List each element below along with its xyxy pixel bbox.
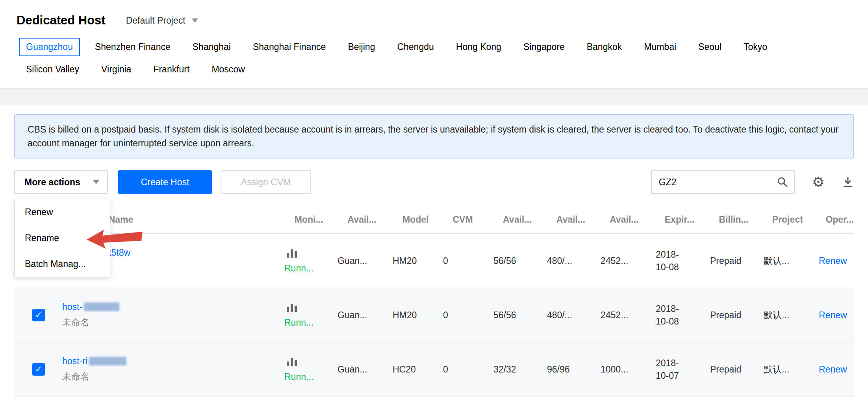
toolbar-wrap: More actions Create Host Assign CVM GZ2 … (14, 170, 854, 194)
column-header-model: Model (385, 214, 436, 225)
avail-memory-cell: 96/96 (541, 364, 594, 375)
project-selector-label: Default Project (126, 15, 185, 26)
page-title: Dedicated Host (17, 13, 106, 28)
avail-cores-cell: 32/32 (487, 364, 541, 375)
more-actions-button[interactable]: More actions (14, 170, 108, 194)
host-alias: 未命名 (50, 316, 278, 328)
region-tab-bangkok[interactable]: Bangkok (580, 38, 629, 56)
avail-cores-cell: 56/56 (487, 310, 541, 321)
billing-cell: Prepaid (704, 256, 757, 266)
column-header-project: Project (755, 214, 809, 225)
menu-item-batch-management[interactable]: Batch Manag... (15, 251, 110, 277)
region-tab-beijing[interactable]: Beijing (341, 38, 382, 56)
column-header-avail-cores: Avail... (486, 214, 539, 225)
billing-cell: Prepaid (704, 364, 757, 375)
billing-cell: Prepaid (704, 310, 757, 321)
monitor-chart-icon[interactable] (278, 357, 331, 369)
zone-cell: Guan... (331, 256, 386, 266)
project-cell: 默认... (757, 309, 811, 321)
search-value: GZ2 (659, 177, 777, 188)
renew-link[interactable]: Renew (811, 256, 854, 266)
project-cell: 默认... (757, 255, 811, 267)
column-header-cvm: CVM (436, 214, 486, 225)
region-tab-guangzhou[interactable]: Guangzhou (19, 38, 80, 56)
table-row: ✓ host- 未命名 Runn... Guan... HM20 0 56/56… (14, 288, 854, 343)
billing-notice-text: CBS is billed on a postpaid basis. If sy… (28, 124, 838, 148)
avail-memory-cell: 480/... (541, 310, 594, 321)
region-tab-tokyo[interactable]: Tokyo (736, 38, 774, 56)
status-running: Runn... (278, 263, 331, 274)
status-running: Runn... (278, 317, 331, 328)
region-tab-mumbai[interactable]: Mumbai (637, 38, 683, 56)
avail-cores-cell: 56/56 (487, 256, 541, 266)
toolbar: More actions Create Host Assign CVM GZ2 … (14, 170, 854, 194)
avail-disk-cell: 2452... (594, 310, 649, 321)
host-name-link[interactable]: host- (62, 302, 121, 312)
column-header-operation: Oper... (808, 214, 854, 225)
redacted-text (84, 302, 119, 311)
avail-disk-cell: 1000... (594, 364, 649, 375)
avail-memory-cell: 480/... (541, 256, 594, 266)
column-header-avail-disk: Avail... (592, 214, 647, 225)
settings-gear-icon[interactable]: ⚙ (812, 175, 825, 189)
chevron-down-icon (93, 180, 99, 184)
region-tab-seoul[interactable]: Seoul (691, 38, 729, 56)
expiry-cell: 2018-10-08 (656, 248, 690, 273)
region-tab-virginia[interactable]: Virginia (94, 60, 138, 79)
menu-item-renew[interactable]: Renew (15, 199, 110, 225)
region-tab-singapore[interactable]: Singapore (516, 38, 572, 56)
region-tab-shanghai[interactable]: Shanghai (185, 38, 238, 56)
more-actions-label: More actions (24, 177, 80, 188)
red-arrow-annotation (85, 228, 144, 250)
region-tab-hong-kong[interactable]: Hong Kong (449, 38, 508, 56)
region-tabs-row2: Silicon Valley Virginia Frankfurt Moscow (19, 60, 868, 79)
model-cell: HM20 (386, 310, 437, 321)
status-running: Runn... (278, 372, 331, 382)
project-cell: 默认... (757, 363, 811, 376)
project-selector[interactable]: Default Project (126, 15, 198, 26)
expiry-cell: 2018-10-07 (656, 357, 690, 382)
search-icon[interactable] (777, 176, 788, 188)
main-content: CBS is billed on a postpaid basis. If sy… (0, 114, 868, 397)
table-row: ✓ host-ri 未命名 Runn... Guan... HC20 0 32/… (14, 343, 854, 397)
cvm-count-cell: 0 (437, 256, 487, 266)
cvm-count-cell: 0 (437, 310, 487, 321)
region-tab-moscow[interactable]: Moscow (204, 60, 252, 79)
model-cell: HM20 (386, 256, 437, 266)
zone-cell: Guan... (331, 364, 386, 375)
column-header-avail-memory: Avail... (539, 214, 593, 225)
billing-notice-banner: CBS is billed on a postpaid basis. If sy… (14, 114, 854, 159)
column-header-billing: Billin... (701, 214, 755, 225)
column-header-monitor: Moni... (277, 214, 330, 225)
redacted-text (89, 357, 126, 365)
dedicated-host-page: Dedicated Host Default Project Guangzhou… (0, 0, 868, 397)
avail-disk-cell: 2452... (594, 256, 649, 266)
model-cell: HC20 (386, 364, 437, 375)
download-icon[interactable] (842, 176, 854, 188)
region-tab-shanghai-finance[interactable]: Shanghai Finance (246, 38, 333, 56)
column-header-availability-zone: Avail... (330, 214, 385, 225)
header-divider (0, 88, 868, 105)
cvm-count-cell: 0 (437, 364, 487, 375)
region-tab-silicon-valley[interactable]: Silicon Valley (19, 60, 86, 79)
renew-link[interactable]: Renew (811, 364, 854, 375)
region-tab-frankfurt[interactable]: Frankfurt (146, 60, 197, 79)
monitor-chart-icon[interactable] (278, 302, 331, 314)
zone-cell: Guan... (331, 310, 386, 321)
page-header: Dedicated Host Default Project Guangzhou… (0, 0, 868, 88)
column-header-expiry: Expir... (647, 214, 702, 225)
monitor-chart-icon[interactable] (278, 248, 331, 260)
region-tab-chengdu[interactable]: Chengdu (390, 38, 441, 56)
region-tabs-row1: Guangzhou Shenzhen Finance Shanghai Shan… (19, 38, 868, 56)
row-checkbox[interactable]: ✓ (32, 309, 45, 321)
renew-link[interactable]: Renew (811, 310, 854, 321)
expiry-cell: 2018-10-08 (656, 302, 690, 328)
chevron-down-icon (192, 18, 198, 22)
region-tab-shenzhen-finance[interactable]: Shenzhen Finance (88, 38, 178, 56)
search-input[interactable]: GZ2 (651, 170, 795, 194)
create-host-button[interactable]: Create Host (118, 170, 212, 194)
host-name-link[interactable]: host-ri (62, 356, 128, 366)
host-alias: 未命名 (50, 371, 278, 383)
row-checkbox[interactable]: ✓ (32, 363, 45, 376)
assign-cvm-button[interactable]: Assign CVM (221, 170, 311, 194)
